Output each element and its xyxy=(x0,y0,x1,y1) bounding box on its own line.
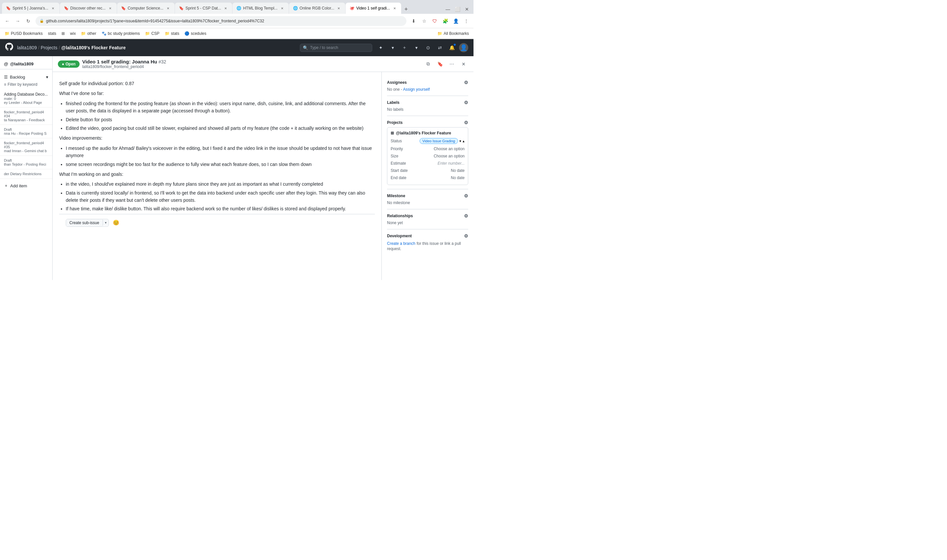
bookmark-bc-study[interactable]: 🐾 bc study problems xyxy=(100,31,142,37)
bookmark-pusd[interactable]: 📁 PUSD Bookmarks xyxy=(3,31,45,37)
notifications-button[interactable]: 🔔 xyxy=(447,43,456,52)
tab-close-5[interactable]: ✕ xyxy=(280,6,285,11)
back-button[interactable]: ← xyxy=(3,17,12,26)
tab-close-4[interactable]: ✕ xyxy=(223,6,228,11)
copy-issue-button[interactable]: ⧉ xyxy=(423,60,433,69)
assign-yourself-link[interactable]: Assign yourself xyxy=(403,87,430,92)
bookmark-button[interactable]: ☆ xyxy=(420,17,429,26)
start-date-value[interactable]: No date xyxy=(451,168,465,173)
improvements-header: Video improvements: xyxy=(59,134,375,142)
tab-sprint5-joannas[interactable]: 🔖 Sprint 5 | Joanna's... ✕ xyxy=(2,3,60,14)
create-button[interactable]: ＋ xyxy=(400,43,409,52)
close-panel-button[interactable]: ✕ xyxy=(459,60,468,69)
minimize-button[interactable]: — xyxy=(443,5,453,14)
bookmark-wix[interactable]: wix xyxy=(68,31,78,37)
tab-html-blog[interactable]: 🌐 HTML Blog Templ... ✕ xyxy=(233,3,289,14)
bookmark-other[interactable]: 📁 other xyxy=(79,31,98,37)
status-badge[interactable]: Video Issue Grading xyxy=(420,138,458,144)
close-window-button[interactable]: ✕ xyxy=(462,5,471,14)
breadcrumb-user[interactable]: lalita1809 xyxy=(17,45,37,50)
all-bookmarks[interactable]: 📁 All Bookmarks xyxy=(435,31,471,37)
list-item[interactable]: flocker_frontend_period4 #34 ta Narayana… xyxy=(0,108,52,125)
size-value[interactable]: Choose an option xyxy=(434,154,465,158)
github-logo[interactable] xyxy=(5,43,13,52)
projects-gear[interactable]: ⚙ xyxy=(464,120,468,125)
grid-icon: ⊞ xyxy=(62,31,65,36)
priority-label: Priority xyxy=(391,146,403,151)
tab-sprint5-csp[interactable]: 🔖 Sprint 5 - CSP Dat... ✕ xyxy=(175,3,233,14)
menu-button[interactable]: ⋮ xyxy=(462,17,471,26)
bookmark-csp[interactable]: 📁 CSP xyxy=(143,31,162,37)
status-collapse[interactable]: ▴ xyxy=(463,139,465,143)
tab-close-2[interactable]: ✕ xyxy=(108,6,113,11)
vpn-icon[interactable]: 🛡 xyxy=(430,17,439,26)
create-branch-link[interactable]: Create a branch xyxy=(387,241,415,246)
github-search[interactable]: 🔍 Type / to search xyxy=(300,44,372,52)
panel-actions: ⧉ 🔖 ⋯ ✕ xyxy=(423,60,468,69)
bookmark-schedules[interactable]: 🔵 scedules xyxy=(183,31,208,37)
address-bar[interactable]: 🔒 github.com/users/lalita1809/projects/1… xyxy=(35,16,407,26)
list-item[interactable]: Draft nna Hu - Recipe Posting S xyxy=(0,125,52,138)
tab-discover[interactable]: 🔖 Discover other rec... ✕ xyxy=(60,3,117,14)
tab-computer-science[interactable]: 🔖 Computer Science... ✕ xyxy=(117,3,175,14)
bookmark-stats2[interactable]: 📁 stats xyxy=(163,31,181,37)
add-item-button[interactable]: ＋ Add item xyxy=(0,182,52,190)
copilot-dropdown[interactable]: ▾ xyxy=(388,43,397,52)
bookmark-label-stats2: stats xyxy=(171,31,179,36)
priority-value[interactable]: Choose an option xyxy=(434,146,465,151)
status-dropdown[interactable]: ▾ xyxy=(459,139,461,143)
tab-close-3[interactable]: ✕ xyxy=(165,6,171,11)
milestone-gear[interactable]: ⚙ xyxy=(464,193,468,198)
project-table-icon: ⊞ xyxy=(391,131,394,135)
tab-favicon-6: 🌐 xyxy=(293,6,297,11)
bookmark-issue-button[interactable]: 🔖 xyxy=(435,60,445,69)
copilot-button[interactable]: ✦ xyxy=(376,43,385,52)
assignees-gear[interactable]: ⚙ xyxy=(464,80,468,85)
reload-button[interactable]: ↻ xyxy=(24,17,33,26)
create-sub-issue-button[interactable]: Create sub-issue ▾ xyxy=(66,219,109,227)
sidebar: @ @lalita1809 ☰ Backlog ▾ ≡ Filter by ke… xyxy=(0,56,52,280)
tab-rgb-color[interactable]: 🌐 Online RGB Color... ✕ xyxy=(289,3,345,14)
emoji-button[interactable]: 😊 xyxy=(111,218,121,228)
issues-button[interactable]: ⊙ xyxy=(423,43,433,52)
bookmarks-bar: 📁 PUSD Bookmarks stats ⊞ wix 📁 other 🐾 b… xyxy=(0,28,473,39)
url-text: github.com/users/lalita1809/projects/1?p… xyxy=(46,19,264,23)
size-label: Size xyxy=(391,154,398,158)
pull-requests-button[interactable]: ⇄ xyxy=(435,43,445,52)
filter-section: ≡ Filter by keyword xyxy=(0,81,52,88)
bookmark-grid[interactable]: ⊞ xyxy=(60,31,67,37)
assignees-value: No one - Assign yourself xyxy=(387,87,468,92)
new-tab-button[interactable]: + xyxy=(402,5,411,14)
extensions-button[interactable]: ⬇ xyxy=(409,17,418,26)
forward-button[interactable]: → xyxy=(13,17,22,26)
bookmark-stats1[interactable]: stats xyxy=(46,31,58,37)
list-item[interactable]: der Dietary Restrictions xyxy=(0,169,52,179)
maximize-button[interactable]: ⬜ xyxy=(453,5,462,14)
labels-section: Labels ⚙ No labels xyxy=(387,96,468,116)
size-row: Size Choose an option xyxy=(391,152,465,160)
relationships-value: None yet xyxy=(387,220,468,225)
more-options-button[interactable]: ⋯ xyxy=(447,60,456,69)
create-sub-issue-dropdown[interactable]: ▾ xyxy=(103,220,108,226)
estimate-input[interactable]: Enter number... xyxy=(438,161,465,166)
extensions-puzzle[interactable]: 🧩 xyxy=(440,17,450,26)
create-dropdown[interactable]: ▾ xyxy=(412,43,421,52)
breadcrumb-current: @lalita1809's Flocker Feature xyxy=(61,45,126,50)
user-avatar[interactable]: 👤 xyxy=(459,43,468,52)
priority-row: Priority Choose an option xyxy=(391,145,465,152)
backlog-button[interactable]: ☰ Backlog ▾ xyxy=(0,73,52,81)
tab-close-7[interactable]: ✕ xyxy=(392,6,397,11)
list-item[interactable]: Draft than Tejidor - Posting Reci xyxy=(0,156,52,169)
relationships-gear[interactable]: ⚙ xyxy=(464,213,468,218)
list-item[interactable]: flocker_frontend_period4 #35 mad Imran -… xyxy=(0,138,52,156)
breadcrumb-projects[interactable]: Projects xyxy=(41,45,57,50)
development-gear[interactable]: ⚙ xyxy=(464,233,468,238)
tab-video1-grading[interactable]: 🐙 Video 1 self gradi... ✕ xyxy=(346,3,401,14)
create-sub-issue-label: Create sub-issue xyxy=(66,219,103,226)
labels-gear[interactable]: ⚙ xyxy=(464,100,468,105)
tab-close-1[interactable]: ✕ xyxy=(50,6,55,11)
tab-close-6[interactable]: ✕ xyxy=(336,6,341,11)
profile-avatar[interactable]: 👤 xyxy=(451,17,460,26)
list-item[interactable]: Adding Database Deco... mate: 0 ey Leede… xyxy=(0,89,52,108)
end-date-value[interactable]: No date xyxy=(451,175,465,180)
